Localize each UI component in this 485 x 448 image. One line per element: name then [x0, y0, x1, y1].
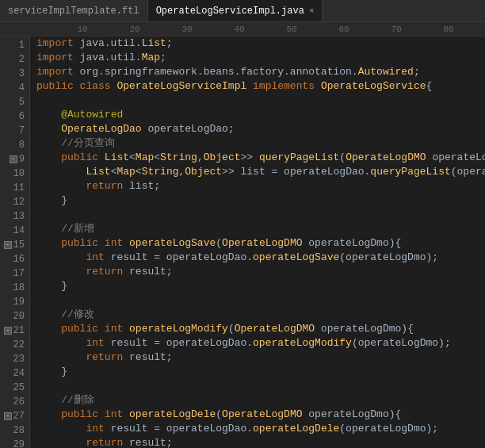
tab-label-active: OperateLogServiceImpl.java: [156, 6, 304, 17]
ln-28: 28: [0, 423, 29, 438]
ln-23: 23: [0, 352, 29, 366]
ln-1: 1: [0, 38, 29, 52]
ln-21: -21: [0, 324, 29, 338]
ln-9: -9: [0, 152, 29, 167]
code-line-11: return list;: [33, 179, 485, 193]
line-numbers: 1 2 3 4 5 6 7 8 -9 10 11 12 13 14 -15 16…: [0, 36, 30, 448]
ln-20: 20: [0, 309, 29, 324]
close-icon[interactable]: ×: [309, 6, 315, 16]
ln-11: 11: [0, 181, 29, 195]
code-line-13: [33, 208, 485, 222]
code-line-8: //分页查询: [33, 136, 485, 151]
ln-16: 16: [0, 252, 29, 266]
code-line-28: int result = operateLogDao.operateLogDel…: [33, 422, 485, 436]
code-line-5: [33, 94, 485, 108]
code-line-17: return result;: [33, 265, 485, 279]
ln-13: 13: [0, 209, 29, 224]
ln-8: 8: [0, 138, 29, 152]
ln-2: 2: [0, 52, 29, 67]
fold-icon-15[interactable]: -: [4, 241, 12, 249]
code-line-29: return result;: [33, 436, 485, 448]
ruler-content: 10 20 30 40 50 60 70 80: [30, 25, 454, 34]
tab-label: serviceImplTemplate.ftl: [8, 6, 139, 17]
code-line-18: }: [33, 279, 485, 293]
ruler: 10 20 30 40 50 60 70 80: [0, 22, 485, 36]
ln-14: 14: [0, 224, 29, 238]
code-line-10: List<Map<String,Object>> list = operateL…: [33, 165, 485, 179]
ln-25: 25: [0, 381, 29, 395]
ln-12: 12: [0, 195, 29, 209]
ln-5: 5: [0, 95, 29, 109]
ln-3: 3: [0, 67, 29, 81]
ln-27: -27: [0, 409, 29, 423]
code-line-6: @Autowired: [33, 108, 485, 122]
tab-operatelog[interactable]: OperateLogServiceImpl.java ×: [148, 0, 323, 21]
ln-7: 7: [0, 124, 29, 138]
ln-6: 6: [0, 109, 29, 124]
ln-26: 26: [0, 395, 29, 409]
editor-window: serviceImplTemplate.ftl OperateLogServic…: [0, 0, 485, 448]
ln-10: 10: [0, 167, 29, 181]
code-line-4: public class OperateLogServiceImpl imple…: [33, 79, 485, 94]
code-line-2: import java.util.Map;: [33, 51, 485, 65]
code-line-26: //删除: [33, 393, 485, 408]
ln-4: 4: [0, 81, 29, 95]
ln-17: 17: [0, 266, 29, 281]
code-line-19: [33, 293, 485, 308]
fold-icon-9[interactable]: -: [10, 155, 17, 163]
code-line-21: public int operateLogModify(OperateLogDM…: [33, 322, 485, 336]
ln-15: -15: [0, 238, 29, 252]
code-line-24: }: [33, 365, 485, 379]
code-line-9: public List<Map<String,Object>> queryPag…: [33, 151, 485, 165]
code-line-20: //修改: [33, 308, 485, 322]
tab-bar: serviceImplTemplate.ftl OperateLogServic…: [0, 0, 485, 22]
editor-body: 1 2 3 4 5 6 7 8 -9 10 11 12 13 14 -15 16…: [0, 36, 485, 448]
code-line-15: public int operateLogSave(OperateLogDMO …: [33, 236, 485, 251]
code-line-7: OperateLogDao operateLogDao;: [33, 122, 485, 136]
tab-serviceimpl[interactable]: serviceImplTemplate.ftl: [0, 0, 148, 21]
code-line-14: //新增: [33, 222, 485, 236]
code-area[interactable]: import java.util.List; import java.util.…: [30, 36, 485, 448]
code-line-25: [33, 379, 485, 393]
code-line-22: int result = operateLogDao.operateLogMod…: [33, 336, 485, 350]
code-line-27: public int operateLogDele(OperateLogDMO …: [33, 408, 485, 422]
code-line-3: import org.springframework.beans.factory…: [33, 65, 485, 79]
ln-18: 18: [0, 281, 29, 295]
ln-29: 29: [0, 438, 29, 448]
code-line-16: int result = operateLogDao.operateLogSav…: [33, 251, 485, 265]
fold-icon-27[interactable]: -: [4, 412, 12, 420]
fold-icon-21[interactable]: -: [4, 327, 12, 335]
code-line-1: import java.util.List;: [33, 36, 485, 51]
ln-24: 24: [0, 366, 29, 381]
ln-22: 22: [0, 338, 29, 352]
code-line-23: return result;: [33, 350, 485, 365]
code-line-12: }: [33, 193, 485, 208]
ln-19: 19: [0, 295, 29, 309]
